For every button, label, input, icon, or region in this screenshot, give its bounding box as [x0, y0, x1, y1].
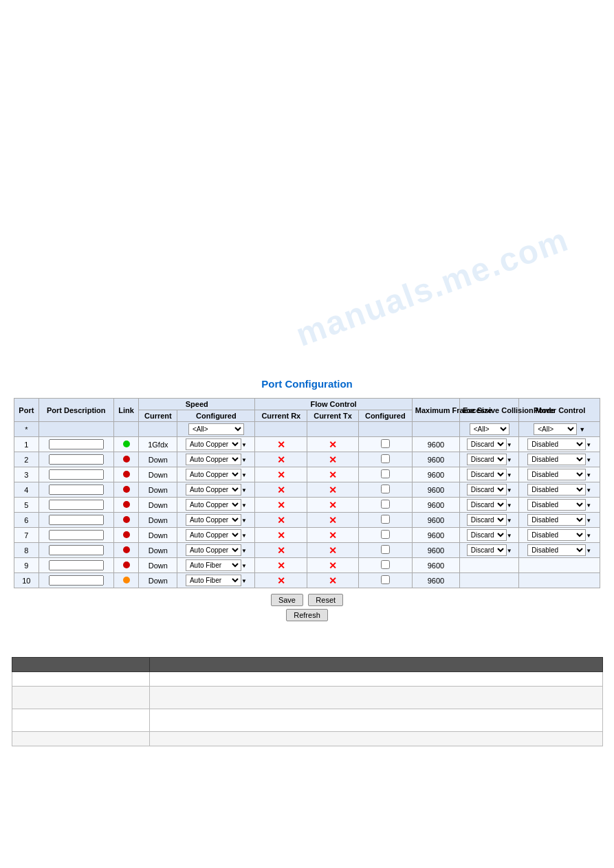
power-select[interactable]: DisabledActiPHYPerfectReachBoth	[527, 529, 586, 541]
cell-configured-speed[interactable]: Auto CopperAuto Fiber10 Half10 Full100 H…	[177, 437, 255, 452]
speed-select[interactable]: Auto CopperAuto Fiber10 Half10 Full100 H…	[186, 575, 241, 586]
cell-power[interactable]: DisabledActiPHYPerfectReachBoth▼	[519, 452, 600, 467]
cell-collision[interactable]	[460, 558, 519, 573]
flow-configured-checkbox[interactable]	[381, 469, 390, 478]
cell-desc[interactable]	[39, 452, 113, 467]
cell-collision[interactable]: DiscardRestart▼	[460, 543, 519, 558]
cell-desc[interactable]	[39, 558, 113, 573]
power-select[interactable]: DisabledActiPHYPerfectReachBoth	[527, 484, 586, 496]
speed-select[interactable]: Auto CopperAuto Fiber10 Half10 Full100 H…	[186, 529, 241, 541]
flow-configured-checkbox[interactable]	[381, 500, 390, 509]
cell-configured-speed[interactable]: Auto CopperAuto Fiber10 Half10 Full100 H…	[177, 543, 255, 558]
flow-configured-checkbox[interactable]	[381, 515, 390, 524]
flow-configured-checkbox[interactable]	[381, 560, 390, 569]
cell-power[interactable]	[519, 558, 600, 573]
cell-power[interactable]	[519, 573, 600, 588]
cell-collision[interactable]: DiscardRestart▼	[460, 437, 519, 452]
cell-desc[interactable]	[39, 543, 113, 558]
collision-select[interactable]: DiscardRestart	[467, 484, 507, 496]
cell-desc[interactable]	[39, 482, 113, 498]
cell-flow-configured[interactable]	[358, 513, 412, 528]
cell-configured-speed[interactable]: Auto CopperAuto Fiber10 Half10 Full100 H…	[177, 482, 255, 498]
speed-select[interactable]: Auto CopperAuto Fiber10 Half10 Full100 H…	[186, 559, 241, 571]
cell-configured-speed[interactable]: Auto CopperAuto Fiber10 Half10 Full100 H…	[177, 513, 255, 528]
cell-power[interactable]: DisabledActiPHYPerfectReachBoth▼	[519, 498, 600, 513]
flow-configured-checkbox[interactable]	[381, 545, 390, 554]
cell-configured-speed[interactable]: Auto CopperAuto Fiber10 Half10 Full100 H…	[177, 558, 255, 573]
cell-flow-configured[interactable]	[358, 452, 412, 467]
cell-collision[interactable]: DiscardRestart▼	[460, 467, 519, 482]
cell-desc[interactable]	[39, 498, 113, 513]
cell-max-frame: 9600	[412, 543, 459, 558]
col-header-flow: Flow Control	[255, 399, 412, 410]
speed-select[interactable]: Auto CopperAuto Fiber10 Half10 Full100 H…	[186, 469, 241, 480]
collision-select[interactable]: DiscardRestart	[467, 544, 507, 556]
cell-power[interactable]: DisabledActiPHYPerfectReachBoth▼	[519, 513, 600, 528]
power-select[interactable]: DisabledActiPHYPerfectReachBoth	[527, 499, 586, 511]
cell-flow-configured[interactable]	[358, 543, 412, 558]
star-power-select[interactable]: <All> Disabled ActiPHY	[534, 423, 577, 435]
cell-flow-configured[interactable]	[358, 573, 412, 588]
power-select[interactable]: DisabledActiPHYPerfectReachBoth	[527, 438, 586, 450]
cell-power[interactable]: DisabledActiPHYPerfectReachBoth▼	[519, 437, 600, 452]
cell-desc[interactable]	[39, 528, 113, 543]
cell-desc[interactable]	[39, 573, 113, 588]
cell-flow-configured[interactable]	[358, 558, 412, 573]
cell-power[interactable]: DisabledActiPHYPerfectReachBoth▼	[519, 528, 600, 543]
collision-select[interactable]: DiscardRestart	[467, 529, 507, 541]
speed-select[interactable]: Auto CopperAuto Fiber10 Half10 Full100 H…	[186, 514, 241, 526]
cell-desc[interactable]	[39, 513, 113, 528]
save-button[interactable]: Save	[271, 594, 303, 606]
collision-select[interactable]: DiscardRestart	[467, 514, 507, 526]
cell-flow-configured[interactable]	[358, 498, 412, 513]
flow-configured-checkbox[interactable]	[381, 575, 390, 584]
power-select[interactable]: DisabledActiPHYPerfectReachBoth	[527, 544, 586, 556]
star-configured-speed[interactable]: <All> Auto Copper Auto Fiber	[177, 422, 255, 437]
cell-collision[interactable]: DiscardRestart▼	[460, 513, 519, 528]
cell-power[interactable]: DisabledActiPHYPerfectReachBoth▼	[519, 467, 600, 482]
flow-configured-checkbox[interactable]	[381, 485, 390, 493]
cell-collision[interactable]	[460, 573, 519, 588]
cell-collision[interactable]: DiscardRestart▼	[460, 482, 519, 498]
star-collision-select[interactable]: <All> Discard Restart	[470, 423, 509, 435]
reset-button[interactable]: Reset	[308, 594, 343, 606]
cell-configured-speed[interactable]: Auto CopperAuto Fiber10 Half10 Full100 H…	[177, 452, 255, 467]
cell-flow-configured[interactable]	[358, 528, 412, 543]
flow-configured-checkbox[interactable]	[381, 530, 390, 539]
power-select[interactable]: DisabledActiPHYPerfectReachBoth	[527, 514, 586, 526]
cell-flow-configured[interactable]	[358, 467, 412, 482]
power-select[interactable]: DisabledActiPHYPerfectReachBoth	[527, 469, 586, 480]
cell-flow-configured[interactable]	[358, 482, 412, 498]
cell-flow-configured[interactable]	[358, 437, 412, 452]
flow-configured-checkbox[interactable]	[381, 439, 390, 448]
refresh-button[interactable]: Refresh	[286, 609, 328, 621]
collision-dropdown-arrow-icon: ▼	[507, 518, 512, 524]
collision-select[interactable]: DiscardRestart	[467, 454, 507, 465]
cell-collision[interactable]: DiscardRestart▼	[460, 452, 519, 467]
cell-power[interactable]: DisabledActiPHYPerfectReachBoth▼	[519, 543, 600, 558]
speed-select[interactable]: Auto CopperAuto Fiber10 Half10 Full100 H…	[186, 454, 241, 465]
star-power[interactable]: <All> Disabled ActiPHY ▼	[519, 422, 600, 437]
ref-row-2	[12, 687, 602, 709]
collision-select[interactable]: DiscardRestart	[467, 469, 507, 480]
cell-desc[interactable]	[39, 467, 113, 482]
cell-configured-speed[interactable]: Auto CopperAuto Fiber10 Half10 Full100 H…	[177, 467, 255, 482]
cell-collision[interactable]: DiscardRestart▼	[460, 528, 519, 543]
star-speed-select[interactable]: <All> Auto Copper Auto Fiber	[188, 423, 244, 435]
flow-configured-checkbox[interactable]	[381, 454, 390, 463]
speed-select[interactable]: Auto CopperAuto Fiber10 Half10 Full100 H…	[186, 484, 241, 496]
cell-configured-speed[interactable]: Auto CopperAuto Fiber10 Half10 Full100 H…	[177, 573, 255, 588]
speed-select[interactable]: Auto CopperAuto Fiber10 Half10 Full100 H…	[186, 438, 241, 450]
cell-collision[interactable]: DiscardRestart▼	[460, 498, 519, 513]
collision-select[interactable]: DiscardRestart	[467, 438, 507, 450]
cell-desc[interactable]	[39, 437, 113, 452]
cell-power[interactable]: DisabledActiPHYPerfectReachBoth▼	[519, 482, 600, 498]
speed-select[interactable]: Auto CopperAuto Fiber10 Half10 Full100 H…	[186, 544, 241, 556]
cell-max-frame: 9600	[412, 558, 459, 573]
speed-select[interactable]: Auto CopperAuto Fiber10 Half10 Full100 H…	[186, 499, 241, 511]
collision-select[interactable]: DiscardRestart	[467, 499, 507, 511]
cell-configured-speed[interactable]: Auto CopperAuto Fiber10 Half10 Full100 H…	[177, 528, 255, 543]
power-select[interactable]: DisabledActiPHYPerfectReachBoth	[527, 454, 586, 465]
star-collision[interactable]: <All> Discard Restart	[460, 422, 519, 437]
cell-configured-speed[interactable]: Auto CopperAuto Fiber10 Half10 Full100 H…	[177, 498, 255, 513]
